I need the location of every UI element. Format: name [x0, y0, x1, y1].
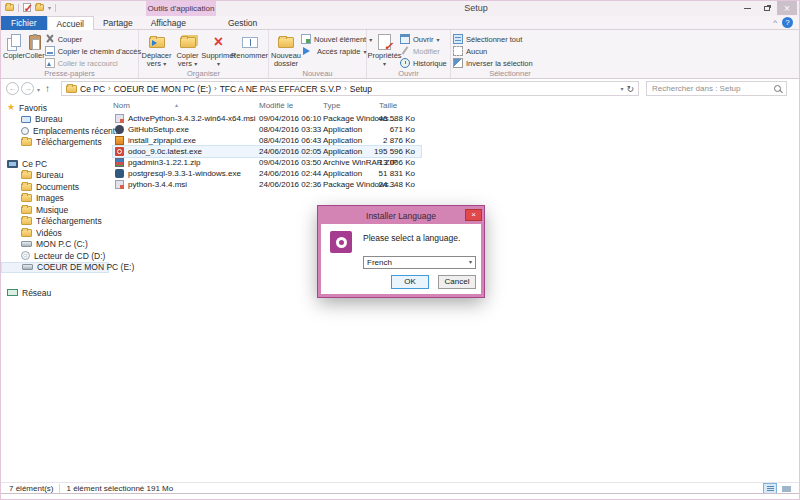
- file-row[interactable]: ActivePython-3.4.3.2-win64-x64.msi 09/04…: [113, 113, 421, 124]
- paste-shortcut-button[interactable]: Coller le raccourci: [45, 58, 142, 68]
- tab-accueil[interactable]: Accueil: [47, 16, 94, 30]
- new-folder-button[interactable]: Nouveau dossier: [271, 31, 301, 68]
- quick-access-button[interactable]: Accès rapide▾: [301, 46, 372, 56]
- new-item-button[interactable]: Nouvel élément▾: [301, 34, 372, 44]
- file-row-selected[interactable]: odoo_9.0c.latest.exe 24/06/2016 02:05 Ap…: [113, 146, 421, 157]
- ribbon-group-new: Nouveau dossier Nouvel élément▾ Accès ra…: [269, 30, 367, 78]
- column-header-nom[interactable]: Nom: [113, 101, 130, 110]
- qat-properties-icon[interactable]: [23, 3, 31, 12]
- copy-icon: [7, 34, 22, 50]
- select-all-icon: [453, 34, 463, 44]
- search-icon: [773, 84, 783, 94]
- up-button[interactable]: ↑: [45, 83, 50, 94]
- properties-button[interactable]: Propriétés ▾: [369, 31, 400, 68]
- tab-affichage[interactable]: Affichage: [142, 16, 195, 30]
- file-row[interactable]: GitHubSetup.exe 08/04/2016 03:33 Applica…: [113, 124, 421, 135]
- cut-button[interactable]: Couper: [45, 34, 142, 44]
- sidebar-item-telechargements[interactable]: Téléchargements: [1, 137, 113, 149]
- collapse-ribbon-icon[interactable]: ^: [773, 18, 777, 27]
- sidebar-group-favorites[interactable]: ★ Favoris: [1, 102, 113, 114]
- help-icon[interactable]: ?: [782, 17, 793, 28]
- file-row[interactable]: pgadmin3-1.22.1.zip 09/04/2016 03:50 Arc…: [113, 157, 421, 168]
- sidebar-group-reseau[interactable]: Réseau: [1, 287, 113, 299]
- column-header-type[interactable]: Type: [323, 101, 340, 110]
- select-all-button[interactable]: Sélectionner tout: [453, 34, 533, 44]
- sidebar-item-musique[interactable]: Musique: [1, 204, 113, 216]
- delete-button[interactable]: × Supprimer ▾: [203, 31, 234, 68]
- ribbon-group-organize: Déplacer vers ▾ Copier vers ▾ × Supprime…: [139, 30, 269, 78]
- sidebar-item-videos[interactable]: Vidéos: [1, 227, 113, 239]
- qat-folder-icon[interactable]: [5, 4, 14, 11]
- invert-selection-button[interactable]: Inverser la sélection: [453, 58, 533, 68]
- dialog-titlebar[interactable]: Installer Language ×: [321, 209, 481, 224]
- minimize-button[interactable]: [737, 1, 757, 15]
- window-title: Setup: [431, 1, 521, 16]
- file-row[interactable]: python-3.4.4.msi 24/06/2016 02:36 Packag…: [113, 179, 421, 190]
- tab-fichier[interactable]: Fichier: [1, 16, 47, 30]
- history-icon: [400, 58, 410, 68]
- contextual-tab-label[interactable]: Outils d'application: [146, 1, 216, 16]
- qat-new-folder-icon[interactable]: [35, 4, 44, 11]
- forward-button[interactable]: →: [21, 82, 34, 95]
- hard-drive-icon: [22, 264, 33, 270]
- ribbon-group-open: Propriétés ▾ Ouvrir▾ Modifier Historique…: [367, 30, 451, 78]
- move-to-button[interactable]: Déplacer vers ▾: [141, 31, 172, 68]
- search-box[interactable]: [646, 81, 787, 96]
- ziprapid-app-icon: [115, 136, 124, 145]
- recent-places-icon: [21, 127, 29, 135]
- tab-gestion[interactable]: Gestion: [219, 16, 266, 30]
- breadcrumb-segment[interactable]: TFC A NE PAS EFFACER S.V.P: [220, 84, 341, 94]
- history-button[interactable]: Historique: [400, 58, 447, 68]
- select-none-button[interactable]: Aucun: [453, 46, 533, 56]
- address-dropdown-icon[interactable]: ▾: [620, 85, 623, 92]
- recent-locations-icon[interactable]: ▾: [37, 86, 40, 93]
- ok-button[interactable]: OK: [391, 275, 429, 289]
- breadcrumb-segment[interactable]: COEUR DE MON PC (E:): [114, 84, 211, 94]
- chevron-right-icon: ›: [344, 84, 347, 93]
- edit-button[interactable]: Modifier: [400, 46, 447, 56]
- qat-dropdown-icon[interactable]: ▾: [48, 4, 51, 11]
- copy-button[interactable]: Copier: [3, 31, 25, 60]
- sidebar-item-images[interactable]: Images: [1, 193, 113, 205]
- sidebar-item-mon-pc-c[interactable]: MON P.C (C:): [1, 239, 113, 251]
- language-select[interactable]: French ▾: [363, 256, 476, 269]
- cancel-button[interactable]: Cancel: [438, 275, 476, 289]
- open-button[interactable]: Ouvrir▾: [400, 34, 447, 44]
- odoo-app-icon: [115, 147, 124, 156]
- sidebar-item-emplacements-recents[interactable]: Emplacements récents: [1, 125, 113, 137]
- search-input[interactable]: [650, 83, 773, 94]
- breadcrumb-segment[interactable]: Ce PC: [80, 84, 105, 94]
- file-row[interactable]: install_ziprapid.exe 08/04/2016 06:43 Ap…: [113, 135, 421, 146]
- dialog-close-button[interactable]: ×: [465, 209, 482, 221]
- paste-button[interactable]: Coller: [25, 31, 45, 60]
- column-header-taille[interactable]: Taille: [379, 101, 397, 110]
- restore-icon: [764, 6, 770, 11]
- copy-to-button[interactable]: Copier vers ▾: [172, 31, 203, 68]
- back-button[interactable]: ←: [6, 82, 19, 95]
- breadcrumb[interactable]: Ce PC › COEUR DE MON PC (E:) › TFC A NE …: [61, 81, 639, 96]
- sidebar-item-bureau-pc[interactable]: Bureau: [1, 170, 113, 182]
- copy-path-button[interactable]: Copier le chemin d'accès: [45, 46, 142, 56]
- restore-button[interactable]: [757, 1, 777, 15]
- refresh-icon[interactable]: ↻: [626, 84, 634, 94]
- sidebar-item-telechargements-pc[interactable]: Téléchargements: [1, 216, 113, 228]
- move-to-icon: [149, 37, 165, 48]
- msi-package-icon: [115, 114, 124, 123]
- winrar-zip-icon: [115, 158, 124, 167]
- msi-package-icon: [115, 180, 124, 189]
- folder-icon: [21, 229, 32, 237]
- breadcrumb-segment[interactable]: Setup: [350, 84, 372, 94]
- rename-button[interactable]: Renommer: [234, 31, 265, 60]
- titlebar: ▾ Outils d'application Setup ×: [1, 1, 799, 16]
- folder-icon: [21, 171, 32, 179]
- close-button[interactable]: ×: [777, 1, 797, 15]
- group-label-open: Ouvrir: [367, 69, 450, 78]
- tab-partage[interactable]: Partage: [94, 16, 142, 30]
- sidebar-item-bureau[interactable]: Bureau: [1, 114, 113, 126]
- sidebar-item-lecteur-cd-d[interactable]: Lecteur de CD (D:): [1, 250, 113, 262]
- sidebar-item-documents[interactable]: Documents: [1, 181, 113, 193]
- file-row[interactable]: postgresql-9.3.3-1-windows.exe 24/06/201…: [113, 168, 421, 179]
- sidebar-group-ce-pc[interactable]: Ce PC: [1, 158, 113, 170]
- sidebar-item-coeur-de-mon-pc-e[interactable]: COEUR DE MON PC (E:): [1, 262, 109, 274]
- column-header-modifie[interactable]: Modifié le: [259, 101, 293, 110]
